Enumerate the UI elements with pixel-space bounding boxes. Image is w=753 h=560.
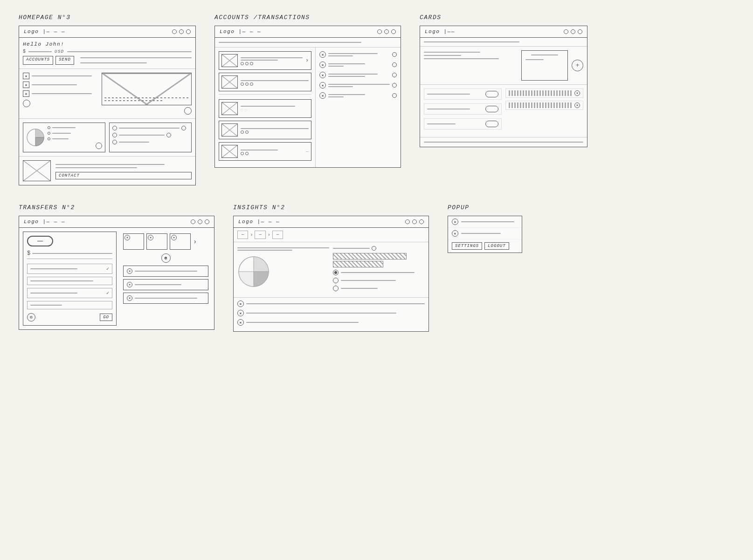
tr-list-x-1: ✕ [127, 268, 132, 274]
contact-button[interactable]: CONTACT [55, 172, 192, 179]
radio-item-3 [333, 286, 425, 291]
ins-slider-row [333, 246, 425, 251]
add-icon[interactable]: ⊕ [27, 313, 35, 321]
breadcrumb-2[interactable]: — [255, 231, 265, 239]
acc-card-1[interactable]: › [219, 51, 311, 70]
add-card-button[interactable]: + [572, 60, 583, 71]
acc-card-info-5 [241, 148, 303, 155]
hearts-row: ♡ ♡ [241, 108, 309, 113]
nav-circle-2[interactable] [179, 29, 184, 34]
ins-nav-2[interactable] [412, 219, 417, 224]
acc-nav-2[interactable] [384, 29, 389, 34]
tr-list-line-3 [135, 298, 197, 299]
checkbox-2[interactable]: ✕ [23, 82, 29, 88]
ins-line-2 [237, 250, 292, 251]
toggle-3[interactable] [485, 121, 498, 127]
accounts-button[interactable]: ACCOUNTS [23, 56, 53, 65]
insights-screen: Logo |— — — — › — › — [233, 216, 429, 332]
acc-card-2[interactable] [219, 73, 311, 91]
dropdown-3[interactable]: ✓ [27, 288, 112, 298]
tr-card-1[interactable]: ✕ [123, 233, 144, 250]
popup-item-1: ✕ [448, 216, 522, 228]
tr-list-2[interactable]: ✕ [123, 279, 208, 290]
acc-card-info-1 [241, 56, 303, 65]
toggle-1[interactable] [485, 91, 498, 97]
pie-chart [26, 128, 45, 147]
pie-bottom-circle [48, 143, 102, 149]
ins-x-1: ✕ [237, 300, 244, 307]
pill-select[interactable]: —— [27, 236, 53, 246]
dropdown-1[interactable]: ✓ [27, 264, 112, 274]
toggle-2[interactable] [485, 106, 498, 112]
breadcrumb-3[interactable]: — [272, 231, 283, 239]
amount-field[interactable] [32, 253, 112, 254]
ins-nav-3[interactable] [419, 219, 424, 224]
cards-nav-1[interactable] [564, 29, 568, 34]
tr-add-circle[interactable]: ⊕ [161, 253, 171, 263]
acc-nav-1[interactable] [377, 29, 382, 34]
cards-logo: Logo |—— [425, 29, 455, 34]
list-item-2: ✕ [23, 82, 98, 88]
tr-card-3[interactable]: ✕ [170, 233, 191, 250]
tx-item-3: ✕ [319, 72, 397, 78]
checkbox-3[interactable]: ✕ [23, 90, 29, 97]
radio-item-checked [333, 270, 425, 275]
linked-x-2[interactable]: ✕ [574, 102, 580, 108]
breadcrumb-1[interactable]: — [237, 231, 248, 239]
acc-card-4[interactable] [219, 121, 311, 139]
tr-nav-1[interactable] [191, 219, 195, 224]
checkbox-1[interactable]: ✕ [23, 73, 29, 79]
radio-circle-2[interactable] [333, 278, 339, 283]
nav-circle-3[interactable] [186, 29, 191, 34]
ins-nav-1[interactable] [405, 219, 410, 224]
contact-info: CONTACT [55, 163, 192, 179]
ins-bot-line-3 [246, 322, 359, 323]
dot5-2 [245, 152, 249, 155]
acc-nav-3[interactable] [391, 29, 396, 34]
item-line-3 [32, 93, 92, 94]
transfers-right: ✕ ✕ ✕ › ⊕ [121, 232, 210, 326]
dropdown-2[interactable] [27, 277, 112, 285]
checkmark-1: ✓ [106, 266, 109, 272]
cards-top: + [420, 47, 587, 85]
tx-line-5a [328, 94, 365, 95]
nav-circle-1[interactable] [172, 29, 177, 34]
cards-sub-line [424, 41, 519, 42]
stats-row [19, 119, 195, 157]
acc-card-3[interactable]: ♡ ♡ [219, 99, 311, 118]
chart-bar-1 [104, 97, 189, 98]
dropdown-4[interactable] [27, 301, 112, 309]
tr-nav-3[interactable] [205, 219, 209, 224]
homepage-nav-circles [172, 29, 191, 34]
quick-item-2 [112, 133, 188, 137]
radio-checked-circle[interactable] [333, 270, 339, 275]
cards-settings-right: ✕ ✕ [505, 89, 583, 133]
settings-button[interactable]: SETTINGS [452, 242, 482, 250]
homepage-left-panel: ✕ ✕ ✕ [23, 73, 98, 115]
quick-circle-2 [112, 133, 117, 137]
send-button[interactable]: SEND [55, 56, 74, 65]
legend-dot-2 [48, 132, 50, 135]
go-button[interactable]: GO [100, 314, 112, 321]
tr-card-2[interactable]: ✕ [146, 233, 167, 250]
ins-bot-line-2 [246, 313, 396, 314]
radio-circle-3[interactable] [333, 286, 339, 291]
card-line-2a [241, 80, 309, 81]
cards-nav-2[interactable] [571, 29, 575, 34]
linked-x-1[interactable]: ✕ [574, 90, 580, 96]
quick-circle-3 [112, 140, 117, 144]
acc-card-5[interactable]: — [219, 142, 311, 161]
tx-circle-5: ✕ [319, 92, 326, 99]
header-line [67, 51, 192, 52]
tr-list-1[interactable]: ✕ [123, 266, 208, 277]
tr-nav-2[interactable] [198, 219, 202, 224]
transfers-header: Logo |— — — [19, 216, 214, 228]
linked-card-1: ✕ [505, 89, 583, 98]
logout-button[interactable]: LOGOUT [484, 242, 509, 250]
cards-nav-3[interactable] [578, 29, 582, 34]
accounts-logo: Logo |— — — [220, 29, 261, 34]
card-line-4a [241, 128, 309, 129]
tx-line-1a [328, 53, 378, 54]
transfers-footer: ⊕ GO [27, 313, 112, 321]
tr-list-3[interactable]: ✕ [123, 293, 208, 304]
